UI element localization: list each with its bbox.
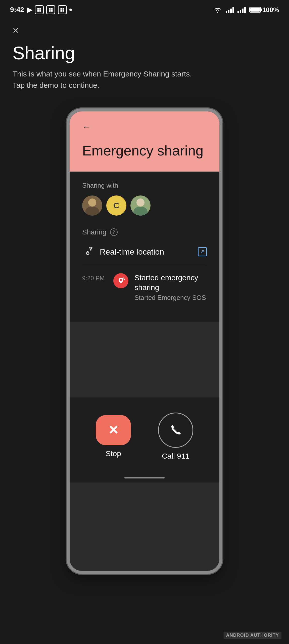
- battery-indicator: 100%: [249, 6, 279, 14]
- svg-rect-9: [63, 8, 64, 10]
- stop-label: Stop: [106, 449, 121, 458]
- svg-point-13: [90, 249, 91, 251]
- app-icon-3: [58, 5, 67, 14]
- svg-rect-6: [49, 10, 51, 12]
- svg-rect-4: [49, 8, 51, 10]
- call-label: Call 911: [162, 452, 189, 460]
- timeline-content: Started emergency sharing Started Emerge…: [134, 273, 207, 302]
- svg-rect-7: [51, 10, 53, 12]
- signal-icon-2: [237, 7, 246, 13]
- page-title: Sharing: [13, 43, 276, 63]
- timeline: 9:20 PM Started emergency sharing Starte…: [82, 265, 207, 302]
- svg-rect-2: [37, 10, 39, 12]
- contact-avatar-1[interactable]: [82, 195, 102, 216]
- svg-rect-1: [39, 8, 41, 10]
- stop-button[interactable]: ✕ Stop: [96, 415, 131, 458]
- location-active-icon: ▶: [27, 6, 32, 14]
- svg-rect-11: [63, 10, 64, 12]
- avatar-initial: C: [113, 201, 119, 210]
- svg-rect-10: [61, 10, 62, 12]
- timeline-time: 9:20 PM: [82, 273, 107, 282]
- svg-rect-3: [39, 10, 41, 12]
- phone-mockup[interactable]: ← Emergency sharing Sharing with C: [67, 108, 222, 574]
- app-icon-2: [46, 5, 55, 14]
- avatars-row: C: [82, 195, 207, 216]
- home-bar: [124, 477, 165, 478]
- phone-bottom-actions: ✕ Stop Call 911: [70, 397, 219, 473]
- location-row[interactable]: Real-time location: [82, 244, 207, 265]
- emergency-title: Emergency sharing: [82, 142, 207, 159]
- timeline-item: 9:20 PM Started emergency sharing Starte…: [82, 273, 207, 302]
- signal-icon: [226, 7, 234, 13]
- status-left: 9:42 ▶: [10, 5, 72, 14]
- sharing-label: Sharing: [82, 228, 107, 236]
- sharing-section: Sharing ? Real-time location: [82, 228, 207, 302]
- svg-point-14: [120, 279, 122, 281]
- stop-button-icon: ✕: [96, 415, 131, 445]
- back-button[interactable]: ←: [82, 122, 207, 132]
- app-icon-1: [35, 5, 44, 14]
- sharing-with-section: Sharing with C: [82, 182, 207, 216]
- svg-point-12: [86, 252, 89, 255]
- notification-icons: ▶: [27, 5, 72, 14]
- timeline-title: Started emergency sharing: [134, 273, 207, 292]
- location-pulse-icon: [82, 246, 95, 257]
- location-left: Real-time location: [82, 246, 164, 257]
- call-911-button[interactable]: Call 911: [158, 413, 193, 460]
- timeline-icon: [113, 273, 128, 288]
- emergency-header: ← Emergency sharing: [70, 111, 219, 172]
- status-bar: 9:42 ▶: [0, 0, 289, 18]
- sharing-with-label: Sharing with: [82, 182, 207, 189]
- location-text: Real-time location: [100, 247, 164, 257]
- time-display: 9:42: [10, 6, 24, 14]
- battery-icon: [249, 7, 261, 13]
- contact-avatar-2[interactable]: C: [106, 195, 126, 216]
- timeline-subtitle: Started Emergency SOS: [134, 294, 207, 302]
- svg-rect-0: [37, 8, 39, 10]
- external-link-icon[interactable]: [198, 247, 207, 256]
- contact-avatar-3[interactable]: [130, 195, 151, 216]
- call-button-icon: [158, 413, 193, 448]
- svg-rect-5: [51, 8, 53, 10]
- sharing-label-row: Sharing ?: [82, 228, 207, 236]
- page-header: × Sharing This is what you see when Emer…: [0, 18, 289, 96]
- notification-dot: [69, 9, 72, 11]
- home-indicator: [70, 473, 219, 482]
- battery-percentage: 100%: [262, 6, 279, 14]
- close-button[interactable]: ×: [13, 25, 276, 36]
- svg-rect-8: [61, 8, 62, 10]
- help-icon[interactable]: ?: [110, 228, 118, 236]
- page-subtitle: This is what you see when Emergency Shar…: [13, 68, 276, 91]
- watermark: ANDROID AUTHORITY: [224, 632, 281, 639]
- battery-fill: [250, 8, 260, 12]
- status-right: 100%: [213, 6, 279, 14]
- phone-content: Sharing with C: [70, 172, 219, 322]
- wifi-icon: [213, 6, 222, 13]
